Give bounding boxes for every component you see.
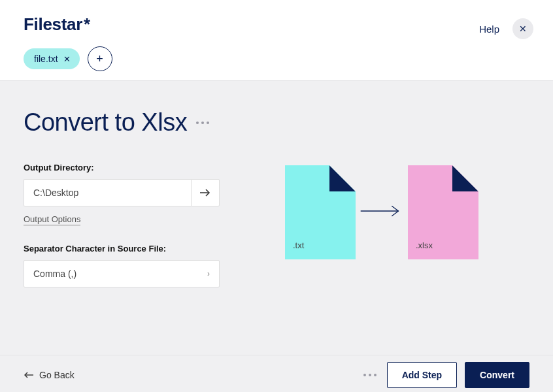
arrow-right-icon xyxy=(360,204,404,218)
arrow-right-icon xyxy=(199,189,211,197)
source-file-card: .txt xyxy=(285,165,356,259)
plus-icon: + xyxy=(96,52,103,66)
arrow-left-icon xyxy=(24,372,34,378)
main: Convert to Xlsx Output Directory: C:\Des… xyxy=(0,80,553,355)
output-options-link[interactable]: Output Options xyxy=(24,214,80,225)
add-step-button[interactable]: Add Step xyxy=(387,362,457,388)
remove-file-icon[interactable]: ✕ xyxy=(63,54,71,64)
output-directory-row: C:\Desktop xyxy=(24,179,220,206)
header-right: Help ✕ xyxy=(479,14,533,39)
title-row: Convert to Xlsx xyxy=(24,108,529,137)
chevron-right-icon: › xyxy=(207,269,210,278)
header-left: Filestar* file.txt ✕ + xyxy=(24,14,112,71)
output-directory-input[interactable]: C:\Desktop xyxy=(24,179,191,206)
form-column: Output Directory: C:\Desktop Output Opti… xyxy=(24,163,220,287)
target-file-card: .xlsx xyxy=(408,165,478,259)
go-back-label: Go Back xyxy=(39,370,75,380)
app-logo: Filestar* xyxy=(24,14,112,35)
source-ext-label: .txt xyxy=(293,240,304,250)
help-link[interactable]: Help xyxy=(479,24,499,35)
separator-select[interactable]: Comma (,) › xyxy=(24,260,220,287)
output-directory-label: Output Directory: xyxy=(24,163,220,172)
header: Filestar* file.txt ✕ + Help ✕ xyxy=(0,0,553,80)
convert-button[interactable]: Convert xyxy=(465,362,529,388)
separator-label: Separator Character in Source File: xyxy=(24,244,220,253)
file-chip-label: file.txt xyxy=(34,54,58,64)
footer-menu-button[interactable] xyxy=(363,374,377,376)
footer-right: Add Step Convert xyxy=(363,362,529,388)
content-row: Output Directory: C:\Desktop Output Opti… xyxy=(24,163,529,287)
close-icon: ✕ xyxy=(519,24,527,34)
footer: Go Back Add Step Convert xyxy=(0,355,553,392)
page-title: Convert to Xlsx xyxy=(24,108,187,137)
logo-star: * xyxy=(84,14,90,34)
file-chip[interactable]: file.txt ✕ xyxy=(24,48,80,69)
output-directory-browse-button[interactable] xyxy=(191,179,220,206)
add-file-button[interactable]: + xyxy=(88,46,112,71)
conversion-arrow xyxy=(356,204,408,218)
target-ext-label: .xlsx xyxy=(416,240,433,250)
go-back-button[interactable]: Go Back xyxy=(24,370,75,380)
title-menu-button[interactable] xyxy=(196,122,209,124)
diagram-column: .txt .xlsx xyxy=(285,163,529,287)
logo-text: Filestar xyxy=(24,14,82,34)
separator-value: Comma (,) xyxy=(33,269,76,279)
close-button[interactable]: ✕ xyxy=(512,18,533,39)
file-row: file.txt ✕ + xyxy=(24,46,112,71)
